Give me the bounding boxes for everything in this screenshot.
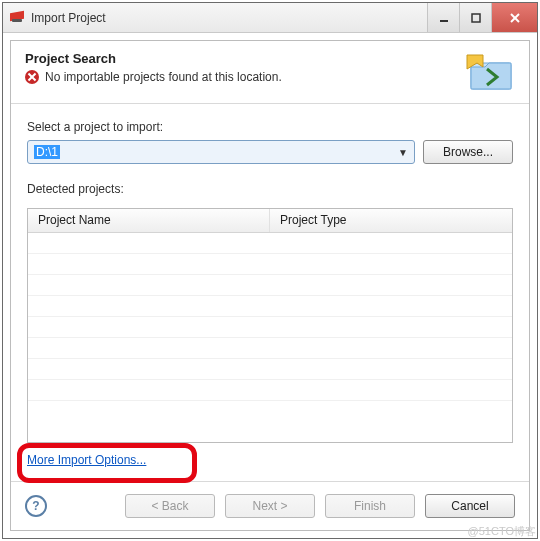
- dialog-window: Import Project Project Search No importa…: [2, 2, 538, 539]
- error-icon: [25, 70, 39, 84]
- back-button: < Back: [125, 494, 215, 518]
- import-folder-icon: [465, 51, 515, 93]
- content-area: Select a project to import: D:\1 ▼ Brows…: [11, 104, 529, 481]
- banner-title: Project Search: [25, 51, 465, 66]
- path-combobox[interactable]: D:\1 ▼: [27, 140, 415, 164]
- column-project-name[interactable]: Project Name: [28, 209, 270, 232]
- table-row: [28, 317, 512, 338]
- next-button: Next >: [225, 494, 315, 518]
- button-bar: ? < Back Next > Finish Cancel: [11, 481, 529, 530]
- window-title: Import Project: [31, 11, 427, 25]
- more-import-options-link[interactable]: More Import Options...: [27, 453, 146, 467]
- select-project-label: Select a project to import:: [27, 120, 513, 134]
- path-value: D:\1: [34, 145, 60, 159]
- table-row: [28, 275, 512, 296]
- dialog-body: Project Search No importable projects fo…: [10, 40, 530, 531]
- help-button[interactable]: ?: [25, 495, 47, 517]
- table-row: [28, 296, 512, 317]
- minimize-button[interactable]: [427, 3, 459, 32]
- table-row: [28, 338, 512, 359]
- banner: Project Search No importable projects fo…: [11, 41, 529, 104]
- window-controls: [427, 3, 537, 32]
- banner-message: No importable projects found at this loc…: [25, 70, 465, 84]
- table-row: [28, 233, 512, 254]
- watermark: @51CTO博客: [468, 524, 536, 539]
- svg-rect-1: [472, 14, 480, 22]
- table-row: [28, 254, 512, 275]
- cancel-button[interactable]: Cancel: [425, 494, 515, 518]
- table-row: [28, 359, 512, 380]
- table-row: [28, 380, 512, 401]
- detected-projects-table[interactable]: Project Name Project Type: [27, 208, 513, 443]
- app-icon: [9, 10, 25, 26]
- more-options-row: More Import Options...: [27, 453, 513, 473]
- table-body: [28, 233, 512, 442]
- browse-button[interactable]: Browse...: [423, 140, 513, 164]
- column-project-type[interactable]: Project Type: [270, 209, 512, 232]
- close-button[interactable]: [491, 3, 537, 32]
- detected-projects-label: Detected projects:: [27, 182, 513, 196]
- maximize-button[interactable]: [459, 3, 491, 32]
- table-header: Project Name Project Type: [28, 209, 512, 233]
- banner-message-text: No importable projects found at this loc…: [45, 70, 282, 84]
- titlebar[interactable]: Import Project: [3, 3, 537, 33]
- finish-button: Finish: [325, 494, 415, 518]
- chevron-down-icon: ▼: [398, 147, 408, 158]
